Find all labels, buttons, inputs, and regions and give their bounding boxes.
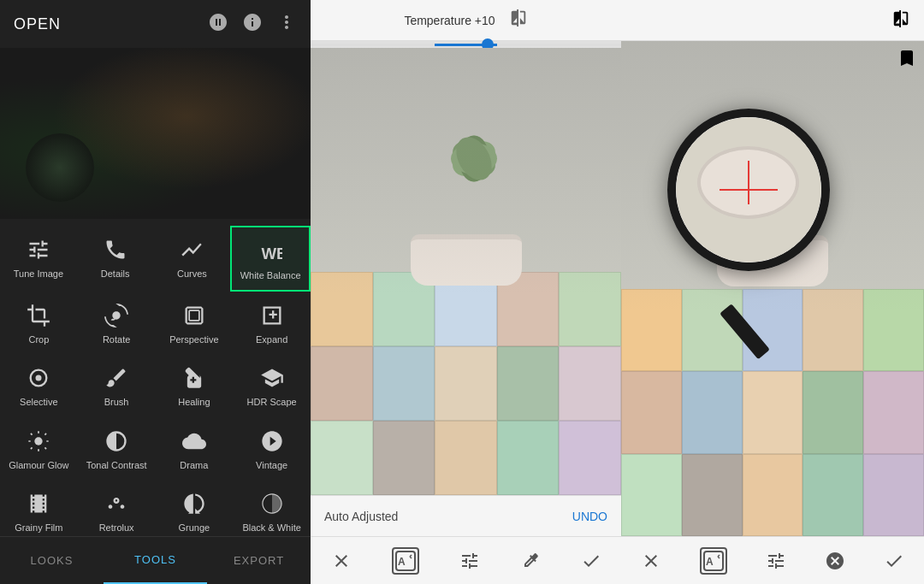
- tool-brush[interactable]: Brush: [78, 354, 156, 416]
- tool-white-balance[interactable]: WB White Balance: [230, 226, 311, 292]
- drama-icon: [179, 426, 210, 457]
- bottom-tabs: LOOKS TOOLS EXPORT: [0, 536, 311, 584]
- svg-point-3: [35, 437, 43, 445]
- image-preview: [0, 48, 311, 219]
- svg-text:A: A: [398, 556, 406, 568]
- bookmark-button[interactable]: [897, 48, 917, 72]
- bw-icon: [257, 488, 287, 519]
- more-icon[interactable]: [276, 12, 297, 37]
- tool-healing[interactable]: Healing: [156, 354, 234, 416]
- wb-icon: WB: [255, 236, 286, 267]
- rotate-label: Rotate: [103, 334, 130, 345]
- tool-details[interactable]: Details: [77, 226, 154, 288]
- tool-glamour-glow[interactable]: Glamour Glow: [0, 417, 78, 480]
- svg-text:WB: WB: [262, 245, 283, 263]
- tool-drama[interactable]: Drama: [156, 417, 234, 480]
- app-title: OPEN: [14, 15, 194, 33]
- right-action-bar: A: [621, 536, 924, 584]
- tools-row-4: Glamour Glow Tonal Contrast Drama Vintag…: [0, 417, 311, 480]
- middle-action-bar: A: [311, 536, 621, 584]
- tool-grainy-film[interactable]: Grainy Film: [0, 480, 78, 536]
- tool-perspective[interactable]: Perspective: [156, 292, 234, 354]
- tool-vintage[interactable]: Vintage: [233, 417, 311, 480]
- selective-icon: [23, 363, 54, 393]
- adjust-button[interactable]: [459, 551, 480, 571]
- retrolux-icon: [101, 488, 132, 519]
- tools-row-2: Crop Rotate Perspective Expand: [0, 292, 311, 354]
- tools-row-3: Selective Brush Healing HDR Scape: [0, 354, 311, 416]
- tool-black-white[interactable]: Black & White: [233, 480, 311, 536]
- curves-label: Curves: [177, 268, 207, 280]
- auto-button[interactable]: A: [392, 547, 419, 575]
- tools-grid: Tune Image Details Curves WB: [0, 219, 311, 536]
- svg-point-2: [36, 375, 42, 381]
- cancel-button[interactable]: [331, 551, 352, 571]
- crop-label: Crop: [28, 334, 49, 345]
- right-close-button[interactable]: [825, 551, 845, 571]
- hdr-label: HDR Scape: [247, 397, 297, 408]
- left-panel: OPEN Tune Image: [0, 0, 311, 584]
- healing-icon: [179, 363, 210, 393]
- vintage-label: Vintage: [256, 460, 287, 471]
- tab-export[interactable]: EXPORT: [207, 537, 311, 584]
- expand-label: Expand: [256, 334, 287, 345]
- grainy-label: Grainy Film: [15, 522, 62, 534]
- middle-panel: Temperature +10: [311, 0, 621, 584]
- glamour-icon: [23, 426, 54, 457]
- perspective-icon: [179, 300, 210, 331]
- tool-crop[interactable]: Crop: [0, 292, 78, 354]
- glamour-label: Glamour Glow: [9, 460, 68, 471]
- eyedrop-button[interactable]: [520, 551, 541, 571]
- auto-adjusted-text: Auto Adjusted: [324, 510, 398, 523]
- right-top-bar: [621, 0, 924, 41]
- details-icon: [100, 234, 131, 265]
- tool-expand[interactable]: Expand: [233, 292, 311, 354]
- curves-icon: [176, 234, 207, 265]
- perspective-label: Perspective: [169, 334, 218, 345]
- tool-retrolux[interactable]: Retrolux: [78, 480, 156, 536]
- bw-label: Black & White: [242, 522, 300, 534]
- right-adjust-button[interactable]: [766, 551, 786, 571]
- confirm-button[interactable]: [581, 551, 601, 571]
- undo-button[interactable]: UNDO: [572, 510, 607, 523]
- hdr-icon: [257, 363, 287, 393]
- rotate-icon: [101, 300, 132, 331]
- tool-curves[interactable]: Curves: [154, 226, 231, 288]
- menu-icon[interactable]: [208, 12, 228, 37]
- tools-row-1: Tune Image Details Curves WB: [0, 226, 311, 292]
- magnifier-circle[interactable]: [667, 109, 830, 271]
- tool-tonal-contrast[interactable]: Tonal Contrast: [78, 417, 156, 480]
- middle-top-bar: Temperature +10: [311, 0, 621, 41]
- right-auto-button[interactable]: A: [700, 547, 727, 575]
- wb-label: White Balance: [240, 270, 301, 281]
- grunge-label: Grunge: [179, 522, 210, 534]
- compare-button[interactable]: [509, 9, 528, 32]
- left-header: OPEN: [0, 0, 311, 48]
- brush-label: Brush: [104, 397, 129, 408]
- retrolux-label: Retrolux: [99, 522, 134, 534]
- tool-rotate[interactable]: Rotate: [78, 292, 156, 354]
- tool-selective[interactable]: Selective: [0, 354, 78, 416]
- tonal-label: Tonal Contrast: [86, 460, 147, 471]
- expand-icon: [257, 300, 287, 331]
- right-confirm-button[interactable]: [884, 551, 904, 571]
- tool-grunge[interactable]: Grunge: [156, 480, 234, 536]
- tonal-icon: [101, 426, 132, 457]
- temperature-slider-area[interactable]: [311, 41, 621, 48]
- temperature-label: Temperature +10: [404, 14, 495, 27]
- brush-icon: [101, 363, 132, 393]
- right-image-area: [621, 41, 924, 536]
- tool-hdr-scape[interactable]: HDR Scape: [233, 354, 311, 416]
- healing-label: Healing: [178, 397, 210, 408]
- svg-text:A: A: [706, 556, 714, 568]
- tune-label: Tune Image: [14, 268, 63, 280]
- tab-tools[interactable]: TOOLS: [104, 537, 207, 584]
- right-panel: A: [621, 0, 924, 584]
- right-compare-button[interactable]: [891, 9, 910, 32]
- drama-label: Drama: [180, 460, 208, 471]
- vintage-icon: [257, 426, 287, 457]
- tab-looks[interactable]: LOOKS: [0, 537, 104, 584]
- right-cancel-button[interactable]: [641, 551, 661, 571]
- tool-tune-image[interactable]: Tune Image: [0, 226, 77, 288]
- info-icon[interactable]: [242, 12, 263, 37]
